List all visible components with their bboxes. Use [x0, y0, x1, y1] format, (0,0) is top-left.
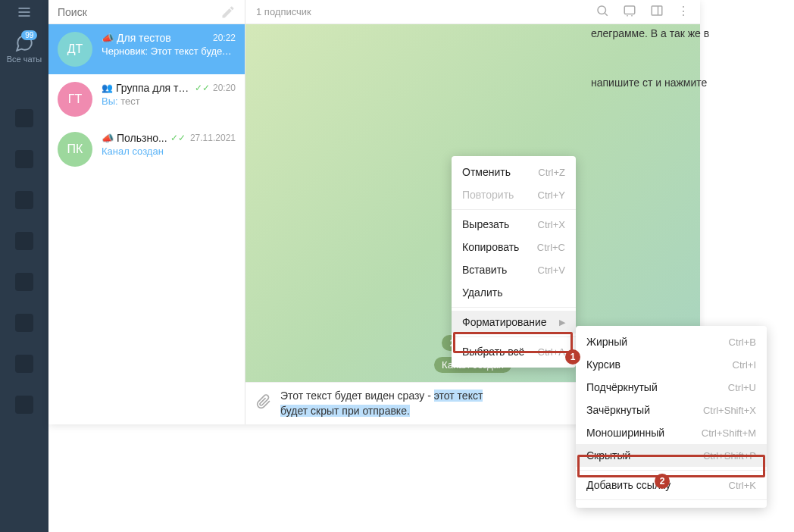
- svg-rect-5: [624, 6, 635, 14]
- chat-item[interactable]: ДТ 📣 Для тестов 20:22 Черновик: Этот тек…: [48, 24, 245, 74]
- menu-item[interactable]: ЖирныйCtrl+B: [576, 330, 767, 353]
- chat-title: Для тестов: [117, 32, 171, 44]
- menu-item-label: Курсив: [586, 358, 621, 371]
- chat-header: 1 подписчик ⋮: [245, 0, 700, 24]
- menu-item[interactable]: КопироватьCtrl+C: [452, 236, 576, 258]
- menu-shortcut: Ctrl+Shift+M: [702, 427, 756, 439]
- search-row: [48, 0, 245, 24]
- chat-title: Пользно...: [117, 132, 167, 144]
- menu-shortcut: Ctrl+B: [729, 336, 756, 348]
- menu-item-label: Моноширинный: [586, 427, 664, 439]
- menu-item[interactable]: КурсивCtrl+I: [576, 353, 767, 376]
- menu-item[interactable]: Удалить: [452, 281, 576, 304]
- folder-icon[interactable]: [15, 150, 33, 168]
- submenu-arrow-icon: ▶: [559, 318, 565, 327]
- menu-item-label: Удалить: [462, 286, 502, 299]
- menu-shortcut: Ctrl+X: [538, 219, 565, 230]
- menu-shortcut: Ctrl+U: [728, 382, 756, 393]
- menu-item-label: Повторить: [462, 189, 514, 201]
- channel-icon: 📣: [102, 133, 114, 144]
- message-input[interactable]: Этот текст будет виден сразу - этот текс…: [280, 389, 617, 418]
- menu-shortcut: Ctrl+Shift+X: [703, 405, 756, 416]
- group-icon: 👥: [102, 83, 113, 93]
- leftbar-folders: [15, 109, 33, 414]
- chat-title: Группа для те...: [116, 82, 192, 94]
- search-icon[interactable]: [596, 4, 609, 20]
- unread-badge: 99: [21, 30, 37, 40]
- menu-item-label: Зачёркнутый: [586, 404, 650, 416]
- chat-item[interactable]: ПК 📣 Пользно... ✓✓ 27.11.2021 Канал созд…: [48, 124, 245, 174]
- menu-item[interactable]: ВставитьCtrl+V: [452, 258, 576, 281]
- highlight-box-2: [577, 455, 765, 477]
- all-chats-tab[interactable]: 99 Все чаты: [7, 33, 42, 64]
- comments-icon[interactable]: [623, 4, 636, 20]
- menu-item-label: Форматирование: [462, 316, 547, 328]
- menu-item[interactable]: МоноширинныйCtrl+Shift+M: [576, 421, 767, 444]
- menu-item[interactable]: ВырезатьCtrl+X: [452, 213, 576, 236]
- subscriber-count: 1 подписчик: [256, 6, 311, 17]
- all-chats-label: Все чаты: [7, 55, 42, 64]
- menu-shortcut: Ctrl+I: [733, 359, 756, 371]
- compose-icon[interactable]: [220, 5, 236, 20]
- chat-time: 20:22: [213, 33, 236, 43]
- folder-icon[interactable]: [15, 191, 33, 209]
- menu-shortcut: Ctrl+Y: [538, 189, 565, 201]
- avatar: ГТ: [58, 82, 92, 117]
- menu-item-label: Подчёркнутый: [586, 381, 658, 393]
- more-icon[interactable]: ⋮: [677, 4, 689, 20]
- left-sidebar: 99 Все чаты: [0, 0, 48, 532]
- avatar: ДТ: [58, 32, 92, 67]
- chat-preview: Вы: тест: [102, 95, 236, 107]
- menu-item-label: Отменить: [462, 166, 511, 178]
- folder-icon[interactable]: [15, 109, 33, 127]
- channel-icon: 📣: [102, 33, 114, 44]
- menu-item[interactable]: ЗачёркнутыйCtrl+Shift+X: [576, 399, 767, 421]
- read-checks-icon: ✓✓: [195, 83, 210, 93]
- folder-icon[interactable]: [15, 355, 33, 373]
- sidebar-icon[interactable]: [650, 4, 664, 20]
- chat-preview: Черновик: Этот текст будет ...: [102, 45, 236, 57]
- folder-icon[interactable]: [15, 273, 33, 291]
- menu-item[interactable]: ПодчёркнутыйCtrl+U: [576, 376, 767, 399]
- menu-shortcut: Ctrl+C: [537, 242, 565, 253]
- svg-rect-8: [652, 6, 662, 15]
- menu-button[interactable]: [0, 0, 48, 24]
- menu-item-label: Копировать: [462, 241, 519, 253]
- chat-item[interactable]: ГТ 👥 Группа для те... ✓✓ 20:20 Вы: тест: [48, 74, 245, 124]
- chat-list: ДТ 📣 Для тестов 20:22 Черновик: Этот тек…: [48, 0, 245, 424]
- annotation-badge-1: 1: [565, 349, 580, 365]
- attach-icon[interactable]: [256, 394, 271, 413]
- menu-shortcut: Ctrl+Z: [538, 167, 565, 178]
- svg-line-4: [605, 13, 607, 15]
- folder-icon[interactable]: [15, 314, 33, 332]
- chat-time: 20:20: [213, 83, 236, 93]
- annotation-badge-2: 2: [655, 474, 670, 489]
- menu-shortcut: Ctrl+V: [538, 264, 565, 276]
- article-text: елеграмме. В а так же в напишите ст и на…: [591, 26, 742, 124]
- menu-item[interactable]: ПовторитьCtrl+Y: [452, 183, 576, 206]
- menu-item-label: Вырезать: [462, 218, 509, 230]
- highlight-box-1: [453, 332, 573, 353]
- search-input[interactable]: [58, 6, 220, 18]
- folder-icon[interactable]: [15, 232, 33, 250]
- folder-icon[interactable]: [15, 396, 33, 414]
- chat-preview: Канал создан: [102, 146, 236, 157]
- read-checks-icon: ✓✓: [170, 133, 186, 143]
- format-submenu: ЖирныйCtrl+BКурсивCtrl+IПодчёркнутыйCtrl…: [576, 326, 767, 508]
- menu-item[interactable]: ОтменитьCtrl+Z: [452, 161, 576, 183]
- menu-item-label: Жирный: [586, 336, 627, 348]
- menu-shortcut: Ctrl+K: [729, 480, 756, 491]
- menu-item[interactable]: Форматирование▶: [452, 311, 576, 333]
- menu-item-label: Вставить: [462, 264, 507, 276]
- chat-time: 27.11.2021: [190, 133, 236, 143]
- avatar: ПК: [58, 132, 92, 167]
- svg-point-3: [598, 6, 606, 14]
